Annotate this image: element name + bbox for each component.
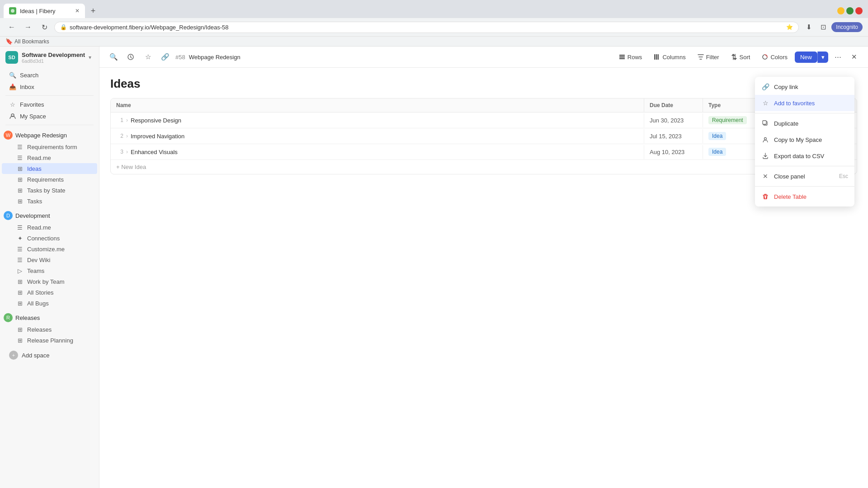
- profile-button[interactable]: Incognito: [831, 22, 863, 32]
- more-options-button[interactable]: ⋯: [831, 50, 844, 64]
- new-tab-button[interactable]: +: [87, 5, 99, 17]
- sidebar-item-add-space[interactable]: + Add space: [2, 348, 97, 362]
- minimize-button[interactable]: [837, 7, 844, 14]
- toolbar-star-button[interactable]: ☆: [141, 50, 155, 64]
- toolbar-link-button[interactable]: 🔗: [158, 50, 172, 64]
- sidebar-item-favorites[interactable]: ☆ Favorites: [2, 99, 97, 110]
- sidebar-item-search[interactable]: 🔍 Search: [2, 69, 97, 81]
- address-text: software-development.fibery.io/Webpage_R…: [70, 24, 783, 31]
- th-due-date: Due Date: [644, 99, 703, 112]
- workspace-chevron-icon: ▾: [89, 54, 91, 61]
- row-name-3[interactable]: Enhanced Visuals: [131, 149, 178, 155]
- dropdown-item-add-to-favorites[interactable]: ☆ Add to favorites: [755, 95, 854, 111]
- sidebar-item-inbox[interactable]: 📥 Inbox: [2, 81, 97, 93]
- sort-label: Sort: [740, 54, 750, 61]
- dev-readme-label: Read.me: [27, 224, 51, 231]
- ideas-icon: ⊞: [16, 165, 24, 172]
- requirements-label: Requirements: [27, 176, 64, 183]
- export-csv-label: Export data to CSV: [774, 153, 824, 160]
- release-planning-label: Release Planning: [27, 337, 73, 344]
- active-tab[interactable]: Ideas | Fibery ✕: [4, 4, 85, 18]
- readme-icon: ☰: [16, 154, 24, 161]
- sidebar-item-teams[interactable]: ▷ Teams: [2, 265, 97, 276]
- all-bugs-label: All Bugs: [27, 300, 49, 307]
- add-to-favorites-label: Add to favorites: [774, 100, 815, 107]
- rows-button[interactable]: Rows: [614, 52, 647, 63]
- toolbar-search-button[interactable]: 🔍: [107, 50, 120, 64]
- dev-wiki-label: Dev Wiki: [27, 257, 50, 263]
- sidebar-group-header-releases[interactable]: R Releases: [0, 310, 99, 324]
- sidebar-item-all-bugs[interactable]: ⊞ All Bugs: [2, 298, 97, 309]
- type-badge-3: Idea: [708, 148, 726, 156]
- sidebar-item-dev-readme[interactable]: ☰ Read.me: [2, 222, 97, 233]
- row-expand-1[interactable]: ›: [126, 117, 128, 123]
- row-expand-3[interactable]: ›: [126, 149, 128, 155]
- search-icon: 🔍: [9, 71, 16, 79]
- dropdown-menu: 🔗 Copy link ☆ Add to favorites Duplicate…: [755, 77, 854, 206]
- sidebar-item-release-planning[interactable]: ⊞ Release Planning: [2, 335, 97, 346]
- sidebar-item-my-space[interactable]: My Space: [2, 110, 97, 122]
- sidebar-group-header-webpage-redesign[interactable]: W Webpage Redesign: [0, 128, 99, 141]
- bookmarks-bar: 🔖 All Bookmarks: [0, 36, 868, 46]
- add-space-label: Add space: [22, 352, 49, 359]
- dropdown-item-delete-table[interactable]: Delete Table: [755, 188, 854, 205]
- sidebar-item-requirements[interactable]: ⊞ Requirements: [2, 174, 97, 185]
- dropdown-item-export-csv[interactable]: Export data to CSV: [755, 148, 854, 164]
- workspace-name: Software Development: [22, 52, 85, 58]
- close-panel-button[interactable]: ✕: [847, 50, 861, 64]
- sidebar-group-header-development[interactable]: D Development: [0, 208, 99, 222]
- colors-button[interactable]: Colors: [757, 52, 792, 63]
- sidebar-item-requirements-form[interactable]: ☰ Requirements form: [2, 141, 97, 152]
- dropdown-item-copy-link[interactable]: 🔗 Copy link: [755, 79, 854, 95]
- sidebar-item-readme[interactable]: ☰ Read.me: [2, 152, 97, 163]
- dropdown-item-close-panel[interactable]: ✕ Close panel Esc: [755, 168, 854, 184]
- toolbar-history-button[interactable]: [124, 50, 137, 64]
- tab-close-button[interactable]: ✕: [75, 8, 80, 14]
- forward-button[interactable]: →: [22, 21, 34, 33]
- customize-me-icon: ☰: [16, 245, 24, 253]
- duplicate-icon: [761, 119, 769, 127]
- sidebar-item-connections[interactable]: ✦ Connections: [2, 233, 97, 244]
- sidebar-item-ideas[interactable]: ⊞ Ideas: [2, 163, 97, 174]
- teams-icon: ▷: [16, 267, 24, 274]
- row-name-2[interactable]: Improved Navigation: [131, 133, 184, 140]
- maximize-button[interactable]: [846, 7, 854, 14]
- address-bar[interactable]: 🔒 software-development.fibery.io/Webpage…: [54, 22, 799, 33]
- add-new-idea-label: + New Idea: [116, 164, 146, 170]
- download-icon[interactable]: ⬇: [802, 21, 815, 33]
- tab-bar: Ideas | Fibery ✕ +: [0, 0, 868, 18]
- svg-rect-11: [763, 121, 766, 124]
- reload-button[interactable]: ↻: [38, 21, 51, 33]
- tab-favicon: [9, 7, 16, 14]
- sidebar-divider-2: [5, 125, 94, 125]
- workspace-header[interactable]: SD Software Development 6ad8d3d1 ▾: [0, 47, 99, 68]
- sidebar-item-tasks[interactable]: ⊞ Tasks: [2, 196, 97, 206]
- webpage-redesign-icon: W: [4, 131, 13, 140]
- row-num-3: 3: [116, 149, 123, 155]
- window-close-button[interactable]: [855, 7, 863, 14]
- sidebar-item-all-stories[interactable]: ⊞ All Stories: [2, 287, 97, 298]
- dropdown-item-duplicate[interactable]: Duplicate: [755, 115, 854, 131]
- layout-icon[interactable]: ⊡: [817, 21, 830, 33]
- sidebar-item-work-by-team[interactable]: ⊞ Work by Team: [2, 276, 97, 287]
- dropdown-item-copy-to-my-space[interactable]: Copy to My Space: [755, 131, 854, 148]
- sidebar-item-releases[interactable]: ⊞ Releases: [2, 324, 97, 335]
- sidebar-item-tasks-by-state[interactable]: ⊞ Tasks by State: [2, 185, 97, 196]
- row-expand-2[interactable]: ›: [126, 133, 128, 139]
- new-button-dropdown[interactable]: ▾: [817, 52, 828, 63]
- row-name-1[interactable]: Responsive Design: [131, 117, 181, 124]
- sidebar-item-dev-wiki[interactable]: ☰ Dev Wiki: [2, 254, 97, 265]
- breadcrumb-id: #58: [175, 54, 185, 61]
- back-button[interactable]: ←: [5, 21, 18, 33]
- tasks-by-state-icon: ⊞: [16, 187, 24, 194]
- columns-button[interactable]: Columns: [649, 52, 690, 63]
- filter-button[interactable]: Filter: [693, 52, 724, 63]
- row-num-2: 2: [116, 133, 123, 139]
- new-button[interactable]: New: [795, 52, 817, 63]
- row-num-1: 1: [116, 117, 123, 123]
- sidebar-item-customize-me[interactable]: ☰ Customize.me: [2, 244, 97, 254]
- sort-button[interactable]: Sort: [726, 52, 755, 63]
- releases-item-icon: ⊞: [16, 326, 24, 333]
- add-new-idea-row[interactable]: + New Idea: [111, 160, 857, 174]
- requirements-form-icon: ☰: [16, 143, 24, 150]
